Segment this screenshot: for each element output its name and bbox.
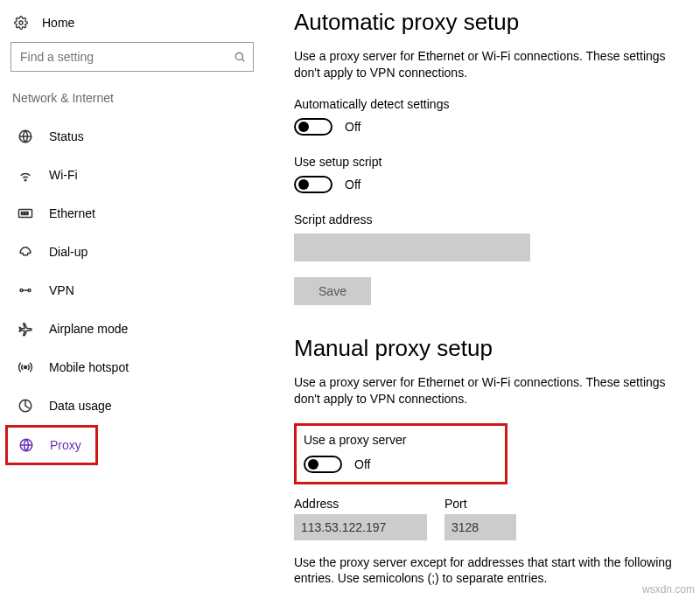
- sidebar-item-wifi[interactable]: Wi-Fi: [10, 156, 250, 194]
- section-header: Network & Internet: [10, 91, 262, 117]
- svg-point-11: [24, 366, 27, 369]
- auto-proxy-description: Use a proxy server for Ethernet or Wi-Fi…: [294, 48, 690, 81]
- wifi-icon: [18, 167, 33, 183]
- sidebar-item-label: Dial-up: [49, 245, 88, 259]
- sidebar-item-proxy[interactable]: Proxy: [8, 428, 95, 463]
- sidebar-item-dialup[interactable]: Dial-up: [10, 233, 250, 271]
- datausage-icon: [18, 398, 33, 414]
- search-icon: [234, 51, 246, 63]
- address-input[interactable]: [294, 514, 427, 540]
- detect-settings-state: Off: [345, 120, 360, 134]
- search-input-container[interactable]: [10, 42, 254, 72]
- gear-icon: [14, 16, 28, 30]
- sidebar-item-label: Ethernet: [49, 206, 95, 220]
- sidebar-item-airplane[interactable]: Airplane mode: [10, 310, 250, 348]
- setup-script-toggle[interactable]: [294, 176, 332, 193]
- manual-proxy-description: Use a proxy server for Ethernet or Wi-Fi…: [294, 374, 690, 407]
- sidebar-item-ethernet[interactable]: Ethernet: [10, 194, 250, 233]
- svg-point-1: [235, 52, 242, 59]
- airplane-icon: [18, 321, 33, 337]
- proxy-icon: [18, 437, 34, 453]
- svg-point-0: [19, 21, 23, 24]
- address-label: Address: [294, 497, 427, 511]
- setup-script-state: Off: [345, 178, 360, 192]
- svg-rect-6: [22, 212, 24, 215]
- search-input[interactable]: [20, 50, 234, 64]
- sidebar-item-label: Status: [49, 129, 84, 143]
- sidebar-item-hotspot[interactable]: Mobile hotspot: [10, 348, 250, 387]
- ethernet-icon: [18, 205, 33, 221]
- watermark: wsxdn.com: [642, 583, 695, 596]
- svg-rect-7: [24, 212, 26, 215]
- svg-point-9: [20, 289, 23, 292]
- use-proxy-toggle[interactable]: [304, 456, 342, 473]
- home-label: Home: [42, 16, 74, 30]
- sidebar-item-label: Data usage: [49, 399, 112, 413]
- dialup-icon: [18, 244, 33, 260]
- vpn-icon: [18, 282, 33, 298]
- sidebar-item-label: Mobile hotspot: [49, 360, 129, 374]
- auto-proxy-heading: Automatic proxy setup: [294, 9, 690, 36]
- svg-rect-8: [27, 212, 29, 215]
- svg-line-2: [242, 59, 244, 61]
- sidebar-item-label: Airplane mode: [49, 322, 128, 336]
- port-label: Port: [444, 497, 516, 511]
- sidebar-item-label: Wi-Fi: [49, 168, 78, 182]
- use-proxy-highlight: Use a proxy server Off: [294, 423, 508, 484]
- sidebar-item-datausage[interactable]: Data usage: [10, 387, 250, 425]
- hotspot-icon: [18, 359, 33, 375]
- port-input[interactable]: [444, 514, 516, 540]
- home-button[interactable]: Home: [10, 10, 262, 42]
- sidebar-item-label: Proxy: [50, 438, 81, 452]
- sidebar-item-status[interactable]: Status: [10, 117, 250, 156]
- script-address-label: Script address: [294, 212, 690, 226]
- use-proxy-state: Off: [354, 457, 370, 471]
- setup-script-label: Use setup script: [294, 155, 690, 169]
- sidebar-item-label: VPN: [49, 283, 74, 297]
- use-proxy-label: Use a proxy server: [304, 433, 496, 447]
- detect-settings-label: Automatically detect settings: [294, 97, 690, 111]
- proxy-highlight: Proxy: [5, 425, 98, 465]
- save-button[interactable]: Save: [294, 277, 371, 305]
- script-address-input[interactable]: [294, 233, 530, 261]
- svg-point-4: [24, 179, 26, 181]
- detect-settings-toggle[interactable]: [294, 118, 332, 136]
- svg-point-10: [28, 289, 31, 292]
- sidebar-item-vpn[interactable]: VPN: [10, 271, 250, 310]
- exceptions-text: Use the proxy server except for addresse…: [294, 554, 690, 588]
- manual-proxy-heading: Manual proxy setup: [294, 335, 690, 362]
- status-icon: [18, 129, 33, 144]
